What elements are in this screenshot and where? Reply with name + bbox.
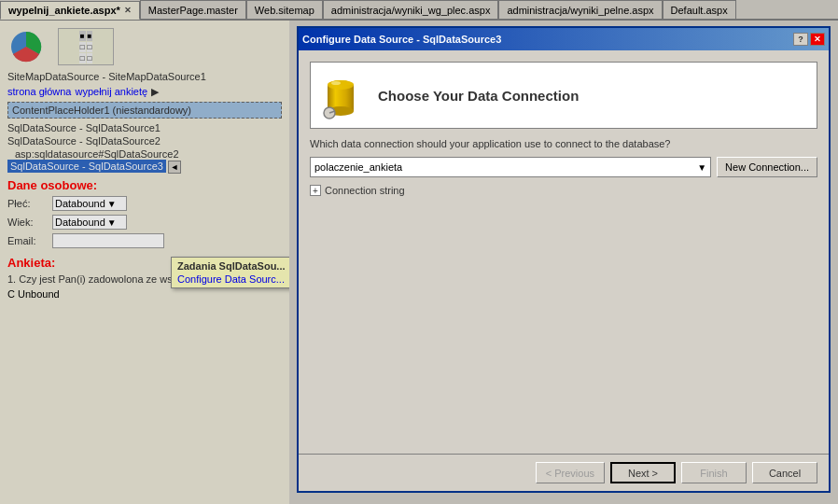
cancel-button[interactable]: Cancel <box>752 462 817 483</box>
close-button[interactable]: ✕ <box>810 33 825 46</box>
modal-title: Configure Data Source - SqlDataSource3 <box>302 34 501 45</box>
modal-body: Choose Your Data Connection Which data c… <box>299 50 829 454</box>
connection-question: Which data connection should your applic… <box>310 138 817 149</box>
previous-button[interactable]: < Previous <box>536 462 605 483</box>
selected-connection-value: polaczenie_ankieta <box>314 161 402 173</box>
dropdown-arrow-icon: ▼ <box>697 162 706 173</box>
titlebar-controls: ? ✕ <box>793 33 825 46</box>
connection-row: polaczenie_ankieta ▼ New Connection... <box>310 157 817 177</box>
wizard-header: Choose Your Data Connection <box>310 62 817 129</box>
connection-string-row: + Connection string <box>310 185 817 196</box>
wizard-heading: Choose Your Data Connection <box>378 88 579 104</box>
wizard-icon <box>320 72 367 119</box>
svg-point-5 <box>331 81 341 85</box>
configure-datasource-dialog: Configure Data Source - SqlDataSource3 ?… <box>297 26 831 493</box>
modal-footer: < Previous Next > Finish Cancel <box>299 454 829 491</box>
connection-section: Which data connection should your applic… <box>310 138 817 442</box>
next-button[interactable]: Next > <box>610 462 676 483</box>
modal-titlebar: Configure Data Source - SqlDataSource3 ?… <box>299 28 829 50</box>
finish-button[interactable]: Finish <box>681 462 747 483</box>
connection-dropdown[interactable]: polaczenie_ankieta ▼ <box>310 157 711 177</box>
svg-point-4 <box>328 80 354 90</box>
new-connection-button[interactable]: New Connection... <box>717 157 817 177</box>
help-button[interactable]: ? <box>793 33 808 46</box>
connection-string-label: Connection string <box>325 185 405 196</box>
expand-connection-string[interactable]: + <box>310 185 321 196</box>
